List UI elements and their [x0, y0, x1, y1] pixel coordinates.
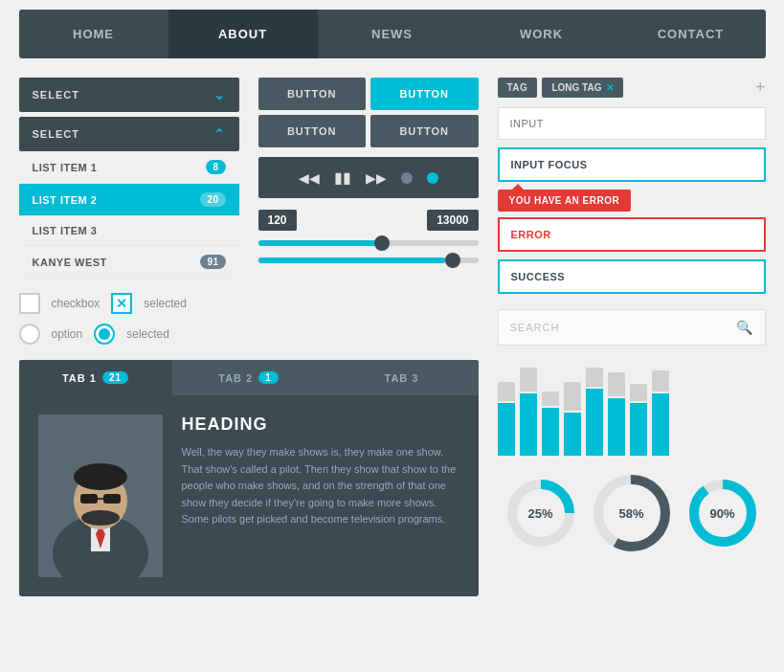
tag-2[interactable]: LONG TAG ✕	[542, 78, 623, 98]
tab-2[interactable]: TAB 2 1	[172, 360, 325, 395]
nav-home[interactable]: HOME	[19, 10, 168, 58]
nav-work[interactable]: WORK	[467, 10, 616, 58]
list-item-1[interactable]: LIST ITEM 1 8	[19, 151, 239, 184]
button-3[interactable]: BUTTON	[258, 115, 367, 147]
bar-group-0	[498, 382, 515, 456]
list-item-4[interactable]: KANYE WEST 91	[19, 246, 239, 279]
checkbox-checked[interactable]: ✕	[111, 293, 132, 314]
bar-group-2	[542, 392, 559, 456]
slider-track-1[interactable]	[258, 240, 479, 246]
checkbox-checked-label: selected	[144, 297, 187, 310]
radio-unchecked[interactable]	[19, 324, 40, 345]
buttons-grid: BUTTON BUTTON BUTTON BUTTON	[258, 78, 479, 147]
slider-fill-2	[258, 258, 446, 263]
bar-bot-7	[652, 393, 669, 456]
badge-4: 91	[200, 255, 225, 269]
next-button[interactable]: ▶▶	[366, 170, 387, 186]
button-2[interactable]: BUTTON	[370, 78, 479, 110]
svg-rect-8	[103, 494, 121, 504]
search-box[interactable]: SEARCH 🔍	[498, 309, 766, 346]
prev-button[interactable]: ◀◀	[299, 170, 320, 186]
list-item-3[interactable]: LIST ITEM 3	[19, 216, 239, 246]
input-success[interactable]	[498, 259, 766, 294]
nav-contact[interactable]: CONTACT	[616, 10, 766, 58]
bar-top-2	[542, 392, 559, 406]
bar-bot-3	[564, 413, 581, 456]
bar-group-3	[564, 382, 581, 456]
nav-about[interactable]: ABOUT	[168, 10, 318, 58]
button-4[interactable]: BUTTON	[370, 115, 479, 147]
tabs-panel: TAB 1 21 TAB 2 1 TAB 3	[19, 360, 479, 596]
navigation: HOME ABOUT NEWS WORK CONTACT	[19, 10, 766, 58]
tab-3[interactable]: TAB 3	[325, 360, 479, 395]
bar-group-5	[608, 372, 625, 456]
media-dot-1[interactable]	[401, 172, 413, 184]
radio-inner	[99, 328, 110, 340]
input-plain[interactable]	[498, 107, 766, 140]
bar-top-0	[498, 382, 515, 401]
person-photo	[38, 414, 163, 577]
tags-row: TAG LONG TAG ✕ +	[498, 78, 766, 98]
donut-25-label: 25%	[527, 506, 552, 521]
slider-thumb-2[interactable]	[445, 253, 460, 268]
donut-25: 25%	[503, 475, 579, 551]
bar-bot-6	[630, 403, 647, 456]
tab-1[interactable]: TAB 1 21	[19, 360, 172, 395]
radio-label: option	[52, 327, 83, 341]
select-dropdown-1[interactable]: SELECT ⌄	[19, 78, 239, 112]
donut-58-label: 58%	[618, 506, 643, 521]
bar-group-4	[586, 368, 603, 456]
chevron-up-icon: ⌃	[213, 126, 226, 142]
input-focus[interactable]	[498, 147, 766, 182]
donut-90: 90%	[684, 475, 761, 551]
bar-group-1	[520, 368, 537, 456]
media-player: ◀◀ ▮▮ ▶▶	[258, 157, 479, 198]
slider-value-right: 13000	[427, 210, 478, 231]
bar-top-6	[630, 384, 647, 401]
slider-thumb-1[interactable]	[374, 235, 390, 251]
form-controls: checkbox ✕ selected	[19, 293, 239, 314]
radio-checked[interactable]	[94, 324, 115, 345]
button-1[interactable]: BUTTON	[258, 78, 367, 110]
svg-point-5	[74, 463, 127, 490]
bar-bot-0	[498, 403, 515, 456]
tab-content: HEADING Well, the way they make shows is…	[19, 395, 479, 596]
badge-1: 8	[206, 160, 225, 174]
tag-1[interactable]: TAG	[498, 78, 538, 98]
list-item-2[interactable]: LIST ITEM 2 20	[19, 184, 239, 216]
donuts-row: 25% 58% 90%	[498, 470, 766, 556]
svg-point-6	[81, 510, 120, 526]
bar-bot-5	[608, 398, 625, 456]
media-dot-2[interactable]	[427, 172, 438, 184]
error-tooltip: YOU HAVE AN ERROR	[498, 190, 632, 212]
charts-col: 25% 58% 90%	[498, 360, 766, 596]
nav-news[interactable]: NEWS	[318, 10, 467, 58]
tabs-header: TAB 1 21 TAB 2 1 TAB 3	[19, 360, 479, 395]
right-panel: TAG LONG TAG ✕ + YOU HAVE AN ERROR SEARC…	[498, 78, 766, 346]
radio-checked-label: selected	[126, 327, 169, 341]
chevron-down-icon: ⌄	[213, 87, 226, 102]
close-icon[interactable]: ✕	[606, 82, 614, 93]
add-tag-button[interactable]: +	[755, 78, 766, 98]
checkbox-unchecked[interactable]	[19, 293, 40, 314]
bar-top-7	[652, 370, 669, 392]
slider-section: 120 13000	[258, 210, 479, 263]
play-pause-button[interactable]: ▮▮	[334, 168, 351, 187]
bar-group-6	[630, 384, 647, 456]
tab-badge-1: 21	[102, 371, 128, 384]
checkbox-label: checkbox	[52, 297, 101, 310]
select-dropdown-2[interactable]: SELECT ⌃	[19, 117, 239, 151]
bar-chart	[498, 360, 766, 456]
tab-badge-2: 1	[258, 371, 279, 384]
slider-fill-1	[258, 240, 380, 246]
svg-rect-7	[80, 494, 98, 504]
input-error[interactable]	[498, 217, 766, 252]
search-icon: 🔍	[736, 320, 753, 335]
donut-90-label: 90%	[709, 506, 734, 521]
bar-bot-1	[520, 393, 537, 456]
slider-track-2[interactable]	[258, 258, 479, 263]
bar-top-5	[608, 372, 625, 396]
bar-top-1	[520, 368, 537, 392]
slider-value-left: 120	[258, 210, 297, 231]
left-panel: SELECT ⌄ SELECT ⌃ LIST ITEM 1 8 LIST ITE…	[19, 78, 239, 346]
